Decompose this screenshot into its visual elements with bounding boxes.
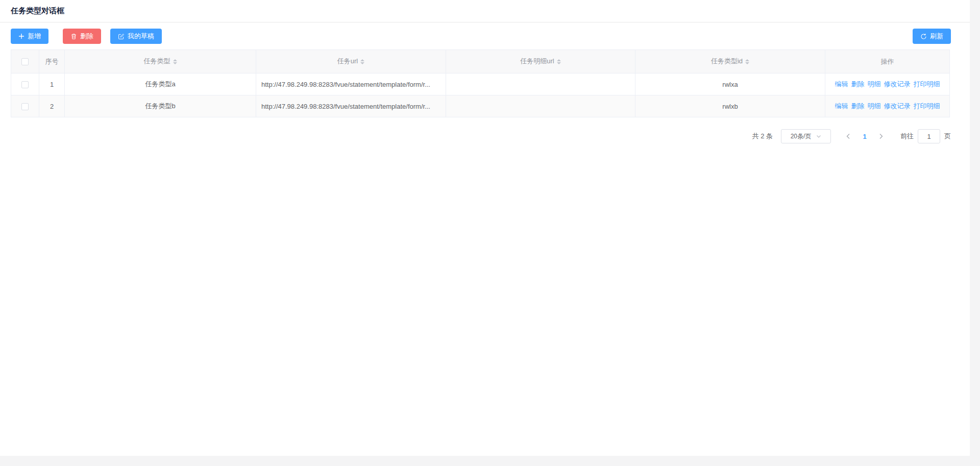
next-page-button[interactable]	[875, 129, 887, 143]
row-task-url-cell: http://47.98.249.98:8283/fvue/statement/…	[256, 73, 446, 95]
row-task-type-id-cell: rwlxb	[635, 95, 825, 117]
pagination-total: 共 2 条	[752, 132, 773, 141]
row-operations-cell: 编辑删除明细修改记录打印明细	[825, 73, 950, 95]
sort-caret-icon[interactable]	[173, 57, 177, 66]
row-task-type-id-cell: rwlxa	[635, 73, 825, 95]
row-index-cell: 2	[39, 95, 65, 117]
goto-page-input[interactable]	[918, 129, 940, 143]
chevron-down-icon	[816, 134, 821, 139]
column-header-task-type-id-label: 任务类型id	[711, 57, 743, 65]
goto-label: 前往	[900, 132, 914, 141]
delete-button-label: 删除	[80, 32, 93, 41]
column-header-task-type-label: 任务类型	[144, 57, 170, 65]
my-drafts-button[interactable]: 我的草稿	[110, 29, 162, 44]
select-all-checkbox[interactable]	[21, 58, 29, 65]
toolbar: 新增 删除 我的草稿 刷新	[11, 29, 951, 44]
refresh-button-label: 刷新	[930, 32, 943, 41]
add-button[interactable]: 新增	[11, 29, 48, 44]
chevron-right-icon	[878, 133, 884, 139]
column-header-task-type[interactable]: 任务类型	[65, 50, 256, 73]
refresh-button[interactable]: 刷新	[913, 29, 951, 44]
delete-link[interactable]: 删除	[851, 102, 865, 110]
table-header-row: 序号 任务类型 任务url 任务明细url 任务类型id 操	[11, 50, 950, 73]
plus-icon	[18, 33, 24, 39]
row-index-cell: 1	[39, 73, 65, 95]
my-drafts-button-label: 我的草稿	[128, 32, 154, 41]
print-detail-link[interactable]: 打印明细	[914, 80, 940, 88]
chevron-left-icon	[846, 133, 851, 139]
row-task-detail-url-cell	[446, 73, 635, 95]
modify-record-link[interactable]: 修改记录	[884, 102, 911, 110]
row-checkbox-cell	[11, 95, 39, 117]
modify-record-link[interactable]: 修改记录	[884, 80, 911, 88]
table-row[interactable]: 2 任务类型b http://47.98.249.98:8283/fvue/st…	[11, 95, 950, 117]
detail-link[interactable]: 明细	[868, 80, 881, 88]
edit-icon	[118, 33, 125, 40]
row-task-type-cell: 任务类型b	[65, 95, 256, 117]
header-checkbox-cell	[11, 50, 39, 73]
detail-link[interactable]: 明细	[868, 102, 881, 110]
sort-caret-icon[interactable]	[360, 57, 364, 66]
delete-button[interactable]: 删除	[63, 29, 101, 44]
prev-page-button[interactable]	[842, 129, 854, 143]
page-title: 任务类型对话框	[11, 6, 64, 16]
trash-icon	[70, 33, 77, 40]
refresh-icon	[920, 33, 927, 40]
edit-link[interactable]: 编辑	[835, 102, 848, 110]
row-task-type-cell: 任务类型a	[65, 73, 256, 95]
row-task-url-cell: http://47.98.249.98:8283/fvue/statement/…	[256, 95, 446, 117]
column-header-index-label: 序号	[45, 58, 59, 65]
edit-link[interactable]: 编辑	[835, 80, 848, 88]
column-header-index: 序号	[39, 50, 65, 73]
pagination: 共 2 条 20条/页 1 前往 页	[11, 129, 951, 143]
print-detail-link[interactable]: 打印明细	[914, 102, 940, 110]
row-operations-cell: 编辑删除明细修改记录打印明细	[825, 95, 950, 117]
column-header-task-url-label: 任务url	[337, 57, 358, 65]
page-size-select[interactable]: 20条/页	[781, 129, 831, 143]
delete-link[interactable]: 删除	[851, 80, 865, 88]
add-button-label: 新增	[28, 32, 41, 41]
row-checkbox[interactable]	[21, 103, 29, 110]
content-panel: 任务类型对话框 新增 删除 我的草稿 刷新	[0, 0, 970, 456]
column-header-task-type-id[interactable]: 任务类型id	[635, 50, 825, 73]
sort-caret-icon[interactable]	[745, 57, 749, 66]
row-checkbox[interactable]	[21, 81, 29, 88]
task-type-table: 序号 任务类型 任务url 任务明细url 任务类型id 操	[11, 50, 950, 117]
page-unit-label: 页	[944, 132, 951, 141]
column-header-task-detail-url-label: 任务明细url	[520, 57, 554, 65]
row-task-detail-url-cell	[446, 95, 635, 117]
page-number-1[interactable]: 1	[859, 133, 871, 140]
table-row[interactable]: 1 任务类型a http://47.98.249.98:8283/fvue/st…	[11, 73, 950, 95]
row-checkbox-cell	[11, 73, 39, 95]
column-header-task-url[interactable]: 任务url	[256, 50, 446, 73]
column-header-operation-label: 操作	[881, 58, 894, 65]
main-area: 新增 删除 我的草稿 刷新	[0, 22, 970, 143]
title-bar: 任务类型对话框	[0, 0, 970, 22]
page-size-value: 20条/页	[791, 132, 812, 141]
sort-caret-icon[interactable]	[557, 57, 561, 66]
column-header-task-detail-url[interactable]: 任务明细url	[446, 50, 635, 73]
column-header-operation: 操作	[825, 50, 950, 73]
